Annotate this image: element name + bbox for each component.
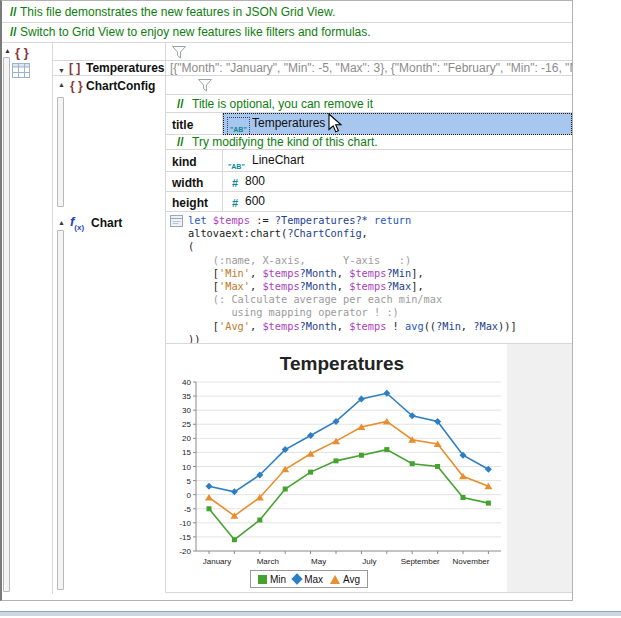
comment-text: This file demonstrates the new features … xyxy=(20,5,335,19)
table-view-icon[interactable] xyxy=(12,63,30,78)
key-height: height xyxy=(166,196,208,210)
row-kind-value[interactable]: "AB" LineChart xyxy=(223,150,572,172)
comment-marker: // xyxy=(2,3,20,22)
root-filter-row xyxy=(166,43,572,61)
comment-marker: // xyxy=(166,135,192,149)
object-type-label: { } xyxy=(70,79,83,93)
formula-type-icon: f(x) xyxy=(70,214,84,232)
key-kind: kind xyxy=(166,155,197,169)
array-type-label: [ ] xyxy=(69,61,80,75)
chart-legend: MinMaxAvg xyxy=(250,570,368,588)
legend-item-min: Min xyxy=(258,574,286,585)
title-value-text: Temperatures xyxy=(252,113,325,134)
svg-text:September: September xyxy=(401,557,440,566)
window-bottom-edge xyxy=(0,611,621,616)
comment-text: Switch to Grid View to enjoy new feature… xyxy=(20,25,371,39)
svg-text:35: 35 xyxy=(182,392,191,401)
svg-text:0: 0 xyxy=(187,491,192,500)
chart-image: Temperatures4035302520151050-5-10-15-20J… xyxy=(166,344,507,592)
diamond-marker-icon xyxy=(291,573,302,584)
temperatures-json-preview: [{"Month": "January", "Min": -5, "Max": … xyxy=(170,61,572,75)
svg-text:30: 30 xyxy=(182,406,191,415)
svg-text:July: July xyxy=(362,557,376,566)
row-temperatures-value[interactable]: [{"Month": "January", "Min": -5, "Max": … xyxy=(166,61,572,76)
svg-text:May: May xyxy=(311,557,326,566)
formula-editor-icon[interactable] xyxy=(170,215,183,227)
row-height-value[interactable]: # 600 xyxy=(223,192,572,212)
comment-row-1[interactable]: //This file demonstrates the new feature… xyxy=(2,3,572,23)
svg-text:25: 25 xyxy=(182,420,191,429)
json-grid-view: //This file demonstrates the new feature… xyxy=(0,0,621,618)
comment-marker: // xyxy=(166,95,192,113)
width-value-text: 800 xyxy=(245,172,265,191)
collapse-arrow-icon[interactable]: ▲ xyxy=(4,47,11,54)
key-chartconfig: ChartConfig xyxy=(86,79,155,93)
triangle-marker-icon xyxy=(330,575,340,584)
expand-arrow-icon[interactable]: ▼ xyxy=(58,64,65,76)
chart-collapse-handle[interactable] xyxy=(57,230,64,590)
root-object-label: { } xyxy=(15,45,29,60)
comment-modify-kind[interactable]: //Try modifying the kind of this chart. xyxy=(166,135,572,150)
row-width-value[interactable]: # 800 xyxy=(223,172,572,192)
svg-text:-5: -5 xyxy=(184,505,192,514)
comment-text: Title is optional, you can remove it xyxy=(192,97,373,111)
collapse-arrow-icon[interactable]: ▲ xyxy=(58,81,65,88)
legend-label: Min xyxy=(270,574,286,585)
svg-text:20: 20 xyxy=(182,434,191,443)
root-collapse-handle[interactable] xyxy=(3,57,10,592)
root-object-cell[interactable]: ▲ { } xyxy=(2,43,53,594)
formula-code: let $temps := ?Temperatures?* returnalto… xyxy=(188,214,517,344)
row-chartconfig-key[interactable]: ▲ { } ChartConfig xyxy=(53,76,166,212)
comment-title-optional[interactable]: //Title is optional, you can remove it xyxy=(166,95,572,113)
kind-value-text: LineChart xyxy=(252,150,304,171)
root-filter-spacer xyxy=(53,43,166,61)
row-chart-key[interactable]: ▲ f(x) Chart xyxy=(53,212,166,593)
filter-icon[interactable] xyxy=(198,79,212,92)
legend-item-max: Max xyxy=(293,574,323,585)
collapse-arrow-icon[interactable]: ▲ xyxy=(58,219,65,226)
comment-row-2[interactable]: //Switch to Grid View to enjoy new featu… xyxy=(2,23,572,43)
legend-label: Max xyxy=(304,574,323,585)
chartconfig-filter-row xyxy=(166,76,572,95)
svg-text:November: November xyxy=(453,557,490,566)
row-width-key[interactable]: width xyxy=(166,172,223,192)
svg-text:Temperatures: Temperatures xyxy=(280,353,404,374)
comment-marker: // xyxy=(2,23,20,42)
row-title-value[interactable]: "AB" Temperatures xyxy=(223,113,572,135)
svg-text:-10: -10 xyxy=(179,519,191,528)
svg-text:-15: -15 xyxy=(179,533,191,542)
string-type-icon: "AB" xyxy=(228,156,245,172)
svg-text:March: March xyxy=(257,557,279,566)
row-kind-key[interactable]: kind xyxy=(166,150,223,172)
comment-text: Try modifying the kind of this chart. xyxy=(192,135,378,149)
svg-text:15: 15 xyxy=(182,448,191,457)
mouse-cursor xyxy=(328,113,343,134)
svg-text:-20: -20 xyxy=(179,547,191,556)
key-width: width xyxy=(166,176,203,190)
svg-text:5: 5 xyxy=(187,477,192,486)
filter-icon[interactable] xyxy=(172,46,186,59)
row-title-key[interactable]: title xyxy=(166,113,223,135)
svg-text:40: 40 xyxy=(182,378,191,387)
key-chart: Chart xyxy=(91,216,122,230)
number-type-icon: # xyxy=(232,194,238,212)
square-marker-icon xyxy=(258,575,267,584)
legend-label: Avg xyxy=(343,574,360,585)
row-temperatures-key[interactable]: ▼ [ ] Temperatures xyxy=(53,61,166,76)
row-height-key[interactable]: height xyxy=(166,192,223,212)
formula-code-cell[interactable]: let $temps := ?Temperatures?* returnalto… xyxy=(166,212,572,344)
height-value-text: 600 xyxy=(245,192,265,211)
key-temperatures: Temperatures xyxy=(86,61,164,75)
svg-text:10: 10 xyxy=(182,463,191,472)
key-title: title xyxy=(166,118,193,132)
legend-item-avg: Avg xyxy=(330,574,360,585)
string-type-icon: "AB" xyxy=(227,117,250,135)
chart-result-cell: Temperatures4035302520151050-5-10-15-20J… xyxy=(166,344,572,593)
number-type-icon: # xyxy=(232,174,238,192)
chartconfig-collapse-handle[interactable] xyxy=(57,97,64,207)
svg-text:January: January xyxy=(203,557,231,566)
temperature-chart: Temperatures4035302520151050-5-10-15-20J… xyxy=(166,344,507,592)
